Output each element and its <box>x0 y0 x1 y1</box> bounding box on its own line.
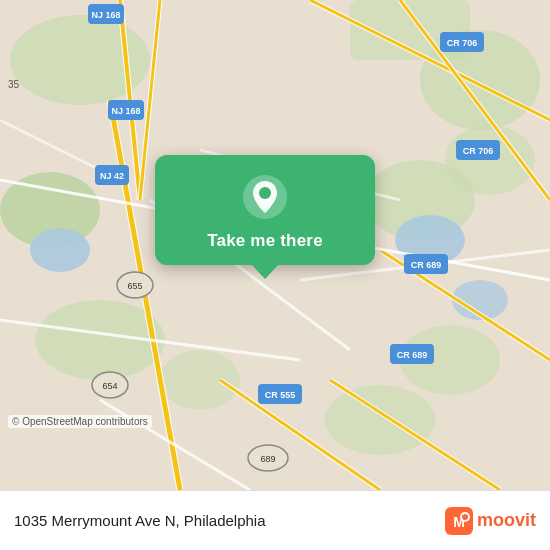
address-label: 1035 Merrymount Ave N, Philadelphia <box>14 512 445 529</box>
svg-text:NJ 168: NJ 168 <box>91 10 120 20</box>
svg-text:CR 706: CR 706 <box>463 146 494 156</box>
svg-point-11 <box>30 228 90 272</box>
svg-text:CR 555: CR 555 <box>265 390 296 400</box>
location-pin-icon <box>241 173 289 221</box>
map-container: NJ 168 NJ 168 NJ 42 655 654 CR 706 CR 70… <box>0 0 550 490</box>
svg-text:689: 689 <box>260 454 275 464</box>
osm-credit: © OpenStreetMap contributors <box>8 415 152 428</box>
popup-label: Take me there <box>207 231 323 251</box>
svg-point-10 <box>325 385 435 455</box>
svg-text:CR 689: CR 689 <box>411 260 442 270</box>
svg-text:NJ 42: NJ 42 <box>100 171 124 181</box>
svg-text:NJ 168: NJ 168 <box>111 106 140 116</box>
moovit-text: moovit <box>477 510 536 531</box>
svg-point-61 <box>259 187 271 199</box>
moovit-icon: M <box>445 507 473 535</box>
popup-card[interactable]: Take me there <box>155 155 375 265</box>
svg-text:35: 35 <box>8 79 20 90</box>
svg-text:655: 655 <box>127 281 142 291</box>
svg-text:CR 689: CR 689 <box>397 350 428 360</box>
svg-text:654: 654 <box>102 381 117 391</box>
moovit-logo: M moovit <box>445 507 536 535</box>
bottom-bar: 1035 Merrymount Ave N, Philadelphia M mo… <box>0 490 550 550</box>
svg-point-8 <box>160 350 240 410</box>
svg-point-65 <box>462 514 468 520</box>
svg-text:CR 706: CR 706 <box>447 38 478 48</box>
